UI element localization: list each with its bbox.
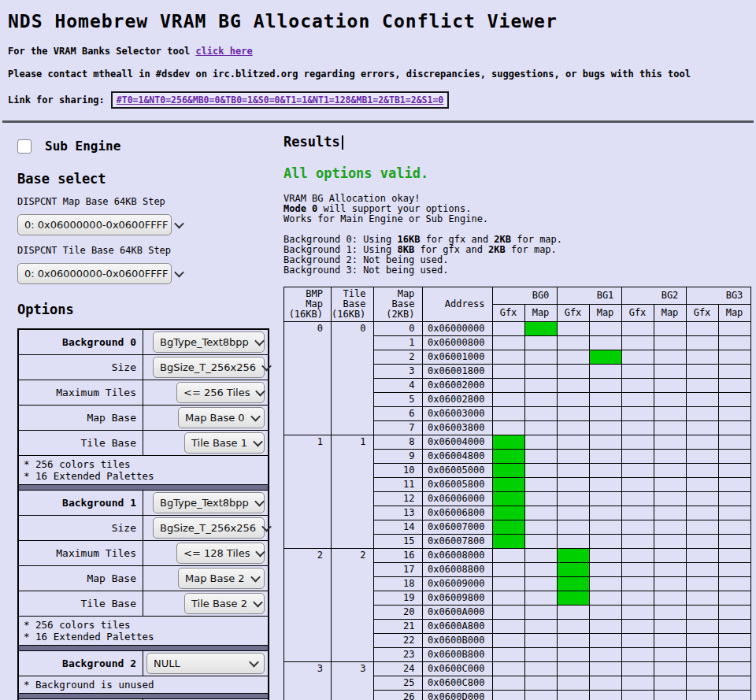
alloc-cell-free [654,577,687,591]
alloc-cell-free [493,577,525,591]
alloc-cell-free [687,464,719,478]
alloc-cell-free [525,421,558,435]
option-select[interactable]: BgType_Text8bpp [153,331,265,353]
selector-tool-text: For the VRAM Banks Selector tool [8,46,190,57]
option-select[interactable]: NULL [146,653,265,674]
alloc-cell-free [493,606,525,620]
alloc-cell-used [493,520,525,535]
share-link-text[interactable]: #T0=1&NT0=256&MB0=0&TB0=1&S0=0&T1=1&NT1=… [117,94,443,106]
results-heading: Results [284,134,756,150]
dispcnt-map-base-select[interactable]: 0: 0x06000000-0x0600FFFF [17,214,172,235]
section-separator [18,694,269,699]
section-separator [18,485,269,491]
alloc-cell-free [558,620,590,634]
option-select[interactable]: BgType_Text8bpp [153,492,265,513]
alloc-cell-used [493,435,525,450]
alloc-cell-free [622,450,654,464]
option-select[interactable]: <= 128 Tiles [176,543,265,564]
chevron-down-icon [249,657,259,668]
options-row: Background 1BgType_Text8bpp [18,491,269,516]
option-select[interactable]: BgSize_T_256x256 [153,357,265,378]
results-heading-text: Results [284,134,340,150]
alloc-cell-free [525,336,558,350]
dispcnt-tile-base-value: 0: 0x06000000-0x0600FFFF [24,268,169,280]
alloc-cell-used [493,535,525,549]
results-text: VRAM BG Allocation okay!Mode 0 will supp… [284,194,756,276]
alloc-cell-free [590,478,622,492]
share-label: Link for sharing: [8,94,105,106]
alloc-cell-free [622,322,654,336]
alloc-cell-free [622,691,654,700]
alloc-cell-free [719,421,751,435]
address-cell: 0x0600B800 [423,648,493,662]
background-label: Background 0 [18,329,143,355]
options-row: Maximum Tiles<= 256 Tiles [18,380,269,406]
chevron-down-icon [254,497,265,507]
dispcnt-tile-base-select[interactable]: 0: 0x06000000-0x0600FFFF [17,263,172,284]
address-cell: 0x06005800 [423,478,493,492]
alloc-cell-free [558,336,590,350]
alloc-cell-free [719,563,751,577]
alloc-cell-free [654,520,687,535]
alloc-cell-free [525,606,558,620]
map-base-cell: 15 [374,535,423,549]
option-select[interactable]: Map Base 0 [178,407,265,428]
notes-row: * 256 colors tiles* 16 Extended Palettes [18,617,269,646]
alloc-cell-free [687,435,719,450]
alloc-cell-free [654,350,687,365]
gfx-map-header: Gfx [687,305,719,322]
option-select[interactable]: Map Base 2 [178,568,265,589]
alloc-cell-free [558,634,590,648]
alloc-cell-free [687,691,719,700]
map-base-cell: 13 [374,506,423,520]
alloc-cell-free [590,691,622,700]
main-content: Sub Engine Base select DISPCNT Map Base … [0,123,756,700]
alloc-cell-free [719,535,751,549]
alloc-cell-free [590,577,622,591]
setting-label: Maximum Tiles [18,380,143,406]
address-cell: 0x06003000 [423,407,493,421]
alloc-cell-free [719,662,751,676]
alloc-cell-free [590,520,622,535]
gfx-map-header: Map [654,305,687,322]
option-select-value: Map Base 0 [185,412,245,424]
alloc-cell-free [590,620,622,634]
alloc-cell-free [687,350,719,365]
option-select-value: Tile Base 1 [191,437,247,449]
setting-cell: <= 256 Tiles [143,380,269,406]
alloc-cell-free [525,577,558,591]
gfx-map-header: Gfx [493,305,525,322]
option-select[interactable]: Tile Base 1 [184,432,265,454]
address-cell: 0x06006000 [423,492,493,506]
alloc-cell-free [622,620,654,634]
alloc-cell-free [622,393,654,407]
alloc-cell-free [687,379,719,393]
option-select[interactable]: Tile Base 2 [184,593,265,614]
map-base-cell: 3 [374,365,423,379]
background-label: Background 1 [18,491,143,516]
alloc-cell-free [654,563,687,577]
alloc-cell-free [558,350,590,365]
alloc-cell-free [719,691,751,700]
map-base-cell: 1 [374,336,423,350]
address-cell: 0x06009800 [423,591,493,606]
page-title: NDS Homebrew VRAM BG Allocation Conflict… [8,11,748,31]
alloc-cell-free [493,336,525,350]
alloc-cell-free [558,435,590,450]
click-here-link[interactable]: click here [195,46,252,57]
sub-engine-checkbox[interactable] [17,139,32,154]
option-select[interactable]: BgSize_T_256x256 [153,517,265,539]
dispcnt-tile-base-label: DISPCNT Tile Base 64KB Step [17,245,282,256]
option-select[interactable]: <= 256 Tiles [176,382,265,403]
alloc-cell-free [493,563,525,577]
alloc-cell-free [590,435,622,450]
alloc-cell-free [558,676,590,691]
map-base-cell: 23 [374,648,423,662]
alloc-cell-free [493,407,525,421]
options-row: Background 0BgType_Text8bpp [18,329,269,355]
chevron-down-icon [253,598,263,608]
alloc-cell-free [654,535,687,549]
share-link-input[interactable]: #T0=1&NT0=256&MB0=0&TB0=1&S0=0&T1=1&NT1=… [111,91,449,109]
alloc-cell-free [558,393,590,407]
alloc-cell-free [719,520,751,535]
